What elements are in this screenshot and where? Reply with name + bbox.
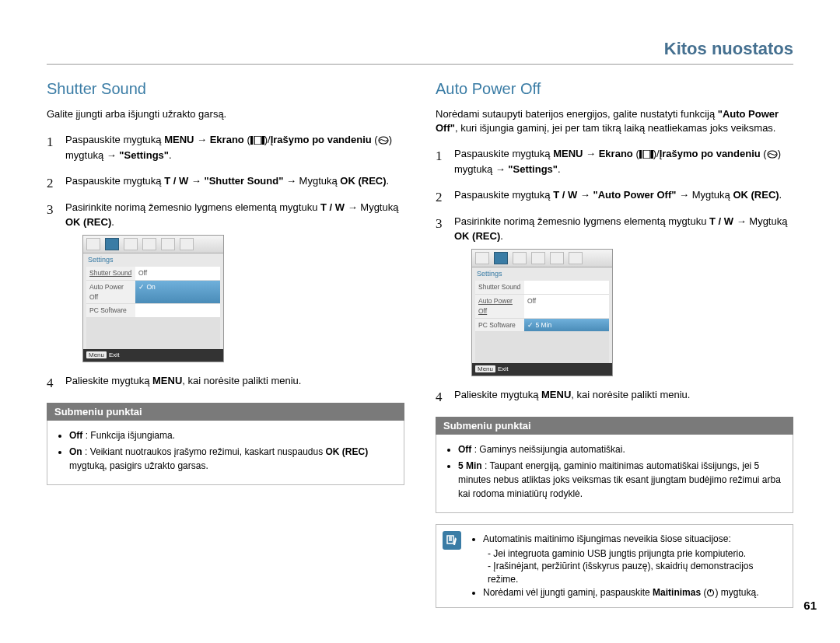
sub-item-5min: 5 Min : Taupant energiją, gaminio maitin… xyxy=(458,459,782,501)
menu-settings-label: Settings xyxy=(472,267,612,281)
svg-rect-1 xyxy=(254,136,261,145)
note-sub-1a: Jei integruota gaminio USB jungtis priju… xyxy=(488,547,783,561)
menu-settings-label: Settings xyxy=(83,253,223,267)
step-3: Pasirinkite norimą žemesnio lygmens elem… xyxy=(436,214,793,377)
note-icon xyxy=(443,531,461,550)
sub-item-on: On : Veikiant nuotraukos įrašymo režimui… xyxy=(69,445,393,473)
menu-screenshot-left: Settings Shutter SoundOff Auto Power Off… xyxy=(82,235,224,363)
section-title-shutter: Shutter Sound xyxy=(47,80,404,98)
step-3: Pasirinkite norimą žemesnio lygmens elem… xyxy=(47,200,404,363)
section-title-apo: Auto Power Off xyxy=(436,80,793,98)
step-4: Palieskite mygtuką MENU, kai norėsite pa… xyxy=(47,373,404,389)
submenu-header-apo: Submeniu punktai xyxy=(436,417,793,435)
page-header: Kitos nuostatos xyxy=(47,39,793,65)
svg-rect-5 xyxy=(643,150,650,159)
col-auto-power-off: Auto Power Off Norėdami sutaupyti bateri… xyxy=(436,80,793,608)
underwater-icon xyxy=(767,150,778,159)
submenu-box: Off : Funkcija išjungiama. On : Veikiant… xyxy=(47,421,404,485)
step-2: Paspauskite mygtuką T / W → "Shutter Sou… xyxy=(47,173,404,189)
power-icon xyxy=(706,589,715,597)
two-column-layout: Shutter Sound Galite įjungti arba išjung… xyxy=(47,80,793,608)
menu-tabs xyxy=(83,236,223,253)
svg-rect-0 xyxy=(250,136,253,145)
step-1: Paspauskite mygtuką MENU → Ekrano ()/Įra… xyxy=(436,146,793,176)
submenu-header: Submeniu punktai xyxy=(47,403,404,421)
menu-screenshot-right: Settings Shutter Sound Auto Power OffOff… xyxy=(471,249,613,377)
note-item-1: Automatinis maitinimo išjungimas neveiki… xyxy=(483,533,783,586)
display-icon xyxy=(639,150,653,159)
sub-item-off: Off : Gaminys neišsijungia automatiškai. xyxy=(458,442,782,456)
step-1: Paspauskite mygtuką MENU → Ekrano ()/Įra… xyxy=(47,132,404,162)
intro-text: Galite įjungti arba išjungti užrakto gar… xyxy=(47,107,404,121)
note-sub-1b: Įrašinėjant, peržiūrint (išskyrus pauzę)… xyxy=(488,560,783,586)
step-2: Paspauskite mygtuką T / W → "Auto Power … xyxy=(436,187,793,203)
step-4: Palieskite mygtuką MENU, kai norėsite pa… xyxy=(436,387,793,403)
page-number: 61 xyxy=(803,599,817,612)
note-item-2: Norėdami vėl įjungti gaminį, paspauskite… xyxy=(483,586,783,599)
manual-page: Kitos nuostatos Shutter Sound Galite įju… xyxy=(0,0,840,643)
submenu-box-apo: Off : Gaminys neišsijungia automatiškai.… xyxy=(436,435,793,513)
intro-text-apo: Norėdami sutaupyti baterijos energijos, … xyxy=(436,107,793,135)
menu-tabs xyxy=(472,250,612,267)
note-box: Automatinis maitinimo išjungimas neveiki… xyxy=(436,524,793,608)
display-icon xyxy=(250,136,264,145)
steps-list: Paspauskite mygtuką MENU → Ekrano ()/Įra… xyxy=(47,132,404,389)
col-shutter-sound: Shutter Sound Galite įjungti arba išjung… xyxy=(47,80,404,608)
underwater-icon xyxy=(378,136,389,145)
steps-list-apo: Paspauskite mygtuką MENU → Ekrano ()/Įra… xyxy=(436,146,793,403)
svg-rect-4 xyxy=(639,150,642,159)
sub-item-off: Off : Funkcija išjungiama. xyxy=(69,428,393,442)
